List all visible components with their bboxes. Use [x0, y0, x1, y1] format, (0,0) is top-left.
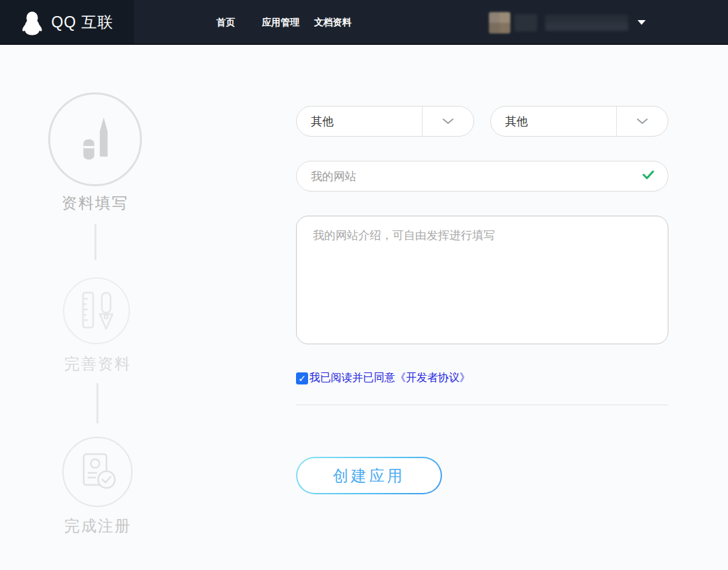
- step-2-label: 完善资料: [64, 354, 131, 374]
- step-3-label: 完成注册: [64, 516, 131, 537]
- site-description-textarea[interactable]: [296, 216, 668, 344]
- step-connector-2: [96, 383, 98, 423]
- category-select-arrow-zone[interactable]: [422, 106, 474, 136]
- nav-item-app-management[interactable]: 应用管理: [262, 17, 299, 29]
- logo-title: QQ 互联: [51, 12, 113, 33]
- id-card-check-icon: [77, 452, 119, 492]
- subcategory-select-value: 其他: [505, 114, 528, 129]
- agreement-checkbox[interactable]: ✓: [296, 372, 308, 384]
- qq-connect-logo[interactable]: QQ 互联: [0, 0, 134, 45]
- pen-eraser-icon: [73, 116, 117, 163]
- top-navbar: QQ 互联 首页 应用管理 文档资料: [0, 0, 728, 45]
- subcategory-select-arrow-zone[interactable]: [616, 106, 668, 136]
- nav-item-docs[interactable]: 文档资料: [314, 17, 352, 29]
- ruler-pen-icon: [78, 290, 115, 332]
- valid-check-icon: [642, 170, 654, 182]
- chevron-down-icon[interactable]: [638, 20, 646, 25]
- qq-penguin-icon: [20, 10, 44, 35]
- nav-item-home[interactable]: 首页: [216, 17, 235, 29]
- agreement-row[interactable]: ✓ 我已阅读并已同意 《开发者协议》: [296, 371, 470, 385]
- qq-connect-registration-page: QQ 互联 首页 应用管理 文档资料 资料填写: [0, 0, 728, 570]
- create-app-button-label: 创建应用: [297, 458, 441, 493]
- step-3-circle-finish-register: [62, 437, 133, 507]
- avatar[interactable]: [489, 12, 510, 33]
- chevron-down-icon: [636, 118, 648, 125]
- developer-agreement-link[interactable]: 《开发者协议》: [395, 371, 470, 385]
- category-select[interactable]: 其他: [296, 106, 474, 137]
- subcategory-select[interactable]: 其他: [490, 106, 668, 137]
- agreement-text: 我已阅读并已同意: [309, 371, 395, 385]
- step-connector-1: [94, 224, 96, 260]
- category-select-value: 其他: [311, 114, 334, 129]
- step-1-label: 资料填写: [62, 193, 129, 214]
- username-redacted: [514, 14, 537, 31]
- main-nav: 首页 应用管理 文档资料: [216, 0, 352, 45]
- form-divider: [296, 405, 668, 405]
- step-2-circle-complete-info: [63, 277, 130, 344]
- step-1-circle-fill-info: [48, 92, 142, 186]
- chevron-down-icon: [442, 118, 454, 125]
- user-menu[interactable]: [489, 0, 646, 45]
- username-redacted-2: [545, 15, 628, 31]
- create-app-button[interactable]: 创建应用: [296, 457, 442, 494]
- site-name-input[interactable]: [296, 161, 668, 192]
